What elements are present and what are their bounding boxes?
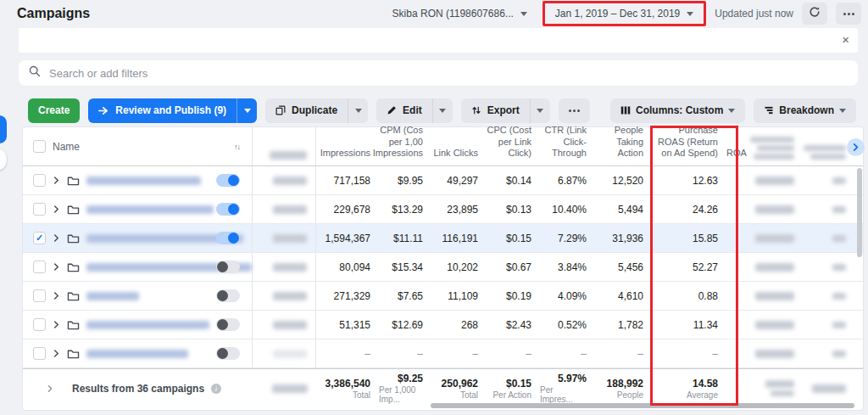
expand-results-chevron-icon[interactable] xyxy=(47,385,53,392)
row-checkbox[interactable] xyxy=(33,347,46,360)
results-summary-label: Results from 36 campaigns xyxy=(72,383,204,395)
edit-dropdown[interactable] xyxy=(432,98,453,123)
review-and-publish-button[interactable]: Review and Publish (9) xyxy=(88,98,236,123)
row-checkbox[interactable] xyxy=(33,289,46,302)
duplicate-button[interactable]: Duplicate xyxy=(265,98,348,123)
total-people: 188,992 xyxy=(607,378,643,390)
export-dropdown[interactable] xyxy=(530,98,550,123)
ctr-column-header[interactable]: CTR (Link Click-Through xyxy=(540,127,595,165)
purchase-roas-column-header[interactable]: Purchase ROAS (Return on Ad Spend) xyxy=(652,127,726,165)
campaign-active-toggle[interactable] xyxy=(216,203,240,216)
ellipsis-icon xyxy=(569,109,580,112)
folder-icon xyxy=(67,204,80,215)
filter-search-bar[interactable] xyxy=(19,60,858,86)
campaign-active-toggle[interactable] xyxy=(216,318,240,331)
ad-account-selector[interactable]: Skiba RON (1198607686... xyxy=(386,3,534,24)
toolbar-more-button[interactable] xyxy=(559,98,590,123)
expand-chevron-icon[interactable] xyxy=(53,234,60,242)
redacted-value xyxy=(832,351,846,357)
duplicate-dropdown[interactable] xyxy=(348,98,368,123)
refresh-button[interactable] xyxy=(802,3,827,25)
table-row[interactable]: 271,329 $7.65 11,109 $0.19 4.09% 4,610 0… xyxy=(23,282,863,311)
impressions-value: 229,678 xyxy=(316,195,379,223)
campaign-active-toggle[interactable] xyxy=(216,174,240,187)
row-checkbox[interactable] xyxy=(33,203,46,216)
people-value: 1,782 xyxy=(595,311,652,339)
left-nav-peek-blue[interactable] xyxy=(0,115,7,143)
campaign-name-redacted[interactable] xyxy=(86,292,139,300)
select-all-checkbox[interactable] xyxy=(33,140,46,153)
expand-chevron-icon[interactable] xyxy=(53,350,60,357)
campaign-active-toggle[interactable] xyxy=(216,347,240,360)
avg-ctr: 5.97% xyxy=(558,373,587,384)
expand-chevron-icon[interactable] xyxy=(53,263,60,271)
table-row[interactable]: 51,315 $12.69 268 $2.43 0.52% 1,782 11.3… xyxy=(23,311,863,339)
annotation-box-date-range[interactable]: Jan 1, 2019 – Dec 31, 2019 xyxy=(542,1,706,26)
columns-button[interactable]: Columns: Custom xyxy=(610,98,745,123)
row-checkbox[interactable] xyxy=(33,174,46,187)
table-row[interactable]: 717,158 $9.95 49,297 $0.14 6.87% 12,520 … xyxy=(23,166,863,195)
horizontal-scrollbar[interactable] xyxy=(431,403,854,408)
close-icon[interactable]: × xyxy=(842,32,849,48)
campaign-name-redacted[interactable] xyxy=(86,177,201,185)
export-button[interactable]: Export xyxy=(461,98,530,123)
redacted-value xyxy=(755,234,794,243)
cpc-column-header[interactable]: CPC (Cost per Link Click) xyxy=(487,127,540,165)
left-nav-peek-gray[interactable] xyxy=(0,149,7,170)
roas-value: 11.34 xyxy=(652,311,726,339)
row-checkbox[interactable] xyxy=(33,261,46,273)
cpc-value: $0.15 xyxy=(487,224,540,252)
table-body: 717,158 $9.95 49,297 $0.14 6.87% 12,520 … xyxy=(23,166,863,368)
campaign-name-redacted[interactable] xyxy=(86,350,188,358)
row-checkbox[interactable] xyxy=(33,318,46,331)
impressions-column-header[interactable]: Impressions xyxy=(316,127,379,165)
redacted-value xyxy=(755,177,794,185)
campaign-name-redacted[interactable] xyxy=(86,205,214,214)
cpm-column-header[interactable]: CPM (Cos per 1,00 Impressions xyxy=(379,127,431,165)
table-row[interactable]: – – – – – – – xyxy=(23,339,863,368)
search-input[interactable] xyxy=(49,67,848,80)
people-taking-action-column-header[interactable]: People Taking Action xyxy=(595,127,652,165)
vertical-scrollbar[interactable] xyxy=(857,168,862,257)
campaign-active-toggle[interactable] xyxy=(216,261,240,273)
columns-icon xyxy=(620,105,631,115)
table-row[interactable]: 80,094 $15.34 10,202 $0.67 3.84% 5,456 5… xyxy=(23,253,863,282)
spend-value-redacted xyxy=(273,292,307,300)
name-column-header[interactable]: Name xyxy=(53,141,80,153)
redacted-column-header xyxy=(804,145,846,160)
redacted-value xyxy=(832,177,846,184)
expand-chevron-icon[interactable] xyxy=(53,177,60,184)
ctr-value: 0.52% xyxy=(540,311,595,339)
sort-icon[interactable]: ↑↓ xyxy=(234,143,240,151)
expand-chevron-icon[interactable] xyxy=(53,292,60,300)
create-button[interactable]: Create xyxy=(28,98,80,123)
row-checkbox[interactable] xyxy=(33,232,46,244)
ctr-value: 3.84% xyxy=(540,253,595,281)
info-icon[interactable]: i xyxy=(211,384,221,394)
cpm-value: $9.95 xyxy=(379,166,431,194)
truncated-roas-column-header[interactable]: ROA xyxy=(726,127,747,165)
table-row[interactable]: 1,594,367 $11.11 116,191 $0.15 7.29% 31,… xyxy=(23,224,863,253)
edit-button[interactable]: Edit xyxy=(376,98,432,123)
more-options-button[interactable] xyxy=(836,3,861,25)
folder-icon xyxy=(67,348,80,359)
breakdown-button[interactable]: Breakdown xyxy=(754,98,856,123)
folder-icon xyxy=(67,175,80,186)
expand-chevron-icon[interactable] xyxy=(53,321,60,328)
spend-value-redacted xyxy=(273,263,307,272)
campaign-name-redacted[interactable] xyxy=(86,321,209,329)
cpm-value: $7.65 xyxy=(379,282,431,310)
link-clicks-column-header[interactable]: Link Clicks xyxy=(431,127,487,165)
scroll-right-button[interactable] xyxy=(847,138,865,156)
link-clicks-value: – xyxy=(431,339,487,367)
expand-chevron-icon[interactable] xyxy=(53,205,60,213)
review-publish-dropdown[interactable] xyxy=(236,98,257,123)
campaign-active-toggle[interactable] xyxy=(216,289,240,302)
table-row[interactable]: 229,678 $13.29 23,895 $0.13 10.40% 5,494… xyxy=(23,195,863,224)
campaign-active-toggle[interactable] xyxy=(216,232,240,244)
total-spend-redacted xyxy=(272,384,308,393)
footer-redacted-value xyxy=(765,380,794,396)
total-people-sublabel: People xyxy=(617,390,643,400)
refresh-icon xyxy=(809,6,821,21)
cpm-value: $12.69 xyxy=(379,311,431,339)
